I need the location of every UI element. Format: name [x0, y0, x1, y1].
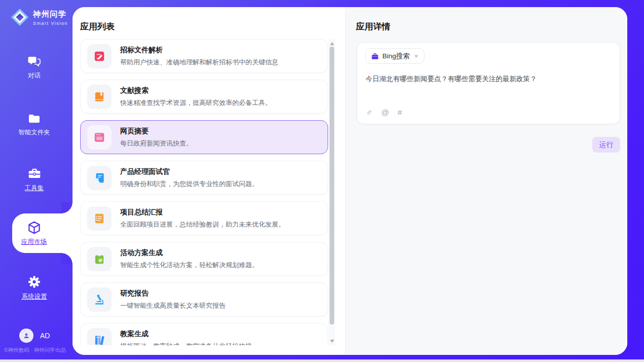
chat-icon — [27, 55, 42, 68]
sidebar: 神州问学 Smart Vision 对话 智能文件夹 工具 — [0, 0, 73, 359]
sidebar-item-chat[interactable]: 对话 — [0, 55, 68, 80]
prompt-text[interactable]: 今日湖北有哪些新闻要点？有哪些需要关注的最新政策？ — [366, 74, 609, 84]
sidebar-item-app-market-inner: 应用市场 — [12, 213, 56, 253]
paperclip-icon[interactable] — [366, 108, 373, 117]
app-description: 帮助用户快速、准确地理解和解析招标书中的关键信息 — [120, 58, 278, 67]
app-list: 招标文件解析 帮助用户快速、准确地理解和解析招标书中的关键信息 文献搜索 — [80, 39, 328, 345]
folder-icon — [27, 113, 41, 125]
app-description: 明确身份和职责，为您提供专业性的面试问题。 — [120, 179, 259, 189]
app-card-literature-search[interactable]: 文献搜索 快速精准查找学术资源，提高研究效率的必备工具。 — [80, 80, 328, 114]
tool-chip-bing-search[interactable]: Bing搜索 × — [365, 48, 424, 64]
app-list-title: 应用列表 — [80, 21, 115, 32]
at-icon[interactable]: @ — [381, 108, 389, 117]
app-name: 教案生成 — [120, 330, 252, 339]
app-name: 活动方案生成 — [120, 248, 259, 258]
app-icon-box: </> — [87, 125, 112, 150]
bottom-edge-strip — [0, 359, 644, 362]
app-icon-box — [87, 247, 112, 271]
sidebar-footer: ©神州数码 · 神州问学出品 — [4, 347, 73, 354]
app-card-event-plan[interactable]: 活动方案生成 智能生成个性化活动方案，轻松解决规划难题。 — [80, 242, 328, 276]
scrollbar-thumb[interactable] — [330, 47, 334, 324]
books-icon — [93, 334, 106, 346]
briefcase-icon — [371, 53, 379, 60]
app-icon-box — [87, 328, 112, 346]
scrollbar-up-arrow-icon[interactable] — [330, 42, 334, 45]
app-list-panel: 应用列表 招标文件解析 帮助用户快速、准确地理解和解析招标书中的关键信息 — [73, 7, 345, 355]
sidebar-item-label: 智能文件夹 — [18, 128, 50, 137]
gear-icon — [27, 275, 42, 289]
cube-icon — [26, 220, 42, 235]
app-icon-box — [87, 287, 112, 312]
app-description: 智能生成个性化活动方案，轻松解决规划难题。 — [120, 261, 259, 270]
sidebar-item-toolset[interactable]: 工具集 — [0, 167, 68, 193]
app-card-project-summary[interactable]: 项目总结汇报 全面回顾项目进展，总结经验教训，助力未来优化发展。 — [80, 201, 328, 235]
brand-logo: 神州问学 Smart Vision — [10, 8, 68, 27]
main-content: 应用列表 招标文件解析 帮助用户快速、准确地理解和解析招标书中的关键信息 — [73, 7, 627, 355]
sidebar-item-settings[interactable]: 系统设置 — [0, 275, 68, 301]
brand-subtitle: Smart Vision — [33, 21, 68, 26]
app-detail-panel: 应用详情 Bing搜索 × 今日湖北有哪些新闻要点？有哪些需要关注的最新政策？ — [345, 7, 627, 355]
interview-icon — [93, 171, 106, 185]
app-detail-title: 应用详情 — [356, 21, 390, 32]
app-name: 文献搜索 — [120, 86, 272, 95]
app-card-bid-doc-analysis[interactable]: 招标文件解析 帮助用户快速、准确地理解和解析招标书中的关键信息 — [80, 39, 328, 73]
sidebar-item-label: 对话 — [28, 71, 41, 80]
app-name: 研究报告 — [120, 289, 226, 298]
diamond-logo-icon — [10, 8, 29, 27]
book-icon — [93, 90, 106, 103]
toolbox-icon — [27, 167, 42, 180]
avatar — [19, 329, 33, 343]
app-description: 每日政府新闻资讯快查。 — [120, 139, 193, 148]
app-description: 一键智能生成高质量长文本研究报告 — [120, 301, 226, 310]
brand-name: 神州问学 — [33, 9, 68, 20]
notebook-icon — [93, 212, 106, 225]
app-icon-box — [87, 85, 112, 109]
app-window: 神州问学 Smart Vision 对话 智能文件夹 工具 — [0, 0, 644, 362]
app-description: 模板驱动，教案秒成，教学准备从此轻松快捷 — [120, 342, 252, 346]
app-card-lesson-plan[interactable]: 教案生成 模板驱动，教案秒成，教学准备从此轻松快捷 — [80, 323, 328, 345]
doc-edit-icon — [93, 50, 106, 63]
app-card-research-report[interactable]: 研究报告 一键智能生成高质量长文本研究报告 — [80, 282, 328, 316]
sidebar-item-app-market[interactable]: 应用市场 — [12, 213, 73, 253]
prompt-toolbar: @ # — [366, 108, 402, 117]
app-card-pm-interviewer[interactable]: 产品经理面试官 明确身份和职责，为您提供专业性的面试问题。 — [80, 161, 328, 195]
svg-text:</>: </> — [97, 136, 102, 139]
chip-close-icon[interactable]: × — [414, 52, 418, 60]
app-name: 产品经理面试官 — [120, 167, 259, 176]
app-name: 项目总结汇报 — [120, 208, 285, 217]
user-initials: AD — [40, 332, 50, 340]
browser-code-icon: </> — [93, 131, 106, 144]
microscope-icon — [93, 293, 106, 306]
scrollbar-down-arrow-icon[interactable] — [330, 340, 334, 343]
sidebar-item-label: 系统设置 — [22, 293, 47, 301]
app-description: 快速精准查找学术资源，提高研究效率的必备工具。 — [120, 98, 272, 107]
clipboard-check-icon — [93, 252, 106, 266]
app-icon-box — [87, 44, 112, 68]
app-icon-box — [87, 206, 112, 231]
sidebar-item-label: 应用市场 — [21, 238, 47, 246]
app-icon-box — [87, 166, 112, 190]
user-account[interactable]: AD — [19, 329, 50, 343]
person-icon — [22, 332, 30, 340]
sidebar-item-label: 工具集 — [25, 184, 44, 193]
prompt-card: Bing搜索 × 今日湖北有哪些新闻要点？有哪些需要关注的最新政策？ @ # — [356, 42, 620, 124]
run-button[interactable]: 运行 — [592, 137, 620, 153]
app-card-web-summary[interactable]: </> 网页摘要 每日政府新闻资讯快查。 — [80, 120, 328, 154]
app-description: 全面回顾项目进展，总结经验教训，助力未来优化发展。 — [120, 220, 285, 229]
app-name: 网页摘要 — [120, 127, 193, 136]
hash-icon[interactable]: # — [398, 108, 402, 117]
tool-chip-label: Bing搜索 — [382, 52, 410, 61]
sidebar-item-smart-folder[interactable]: 智能文件夹 — [0, 113, 68, 137]
app-name: 招标文件解析 — [120, 46, 278, 55]
